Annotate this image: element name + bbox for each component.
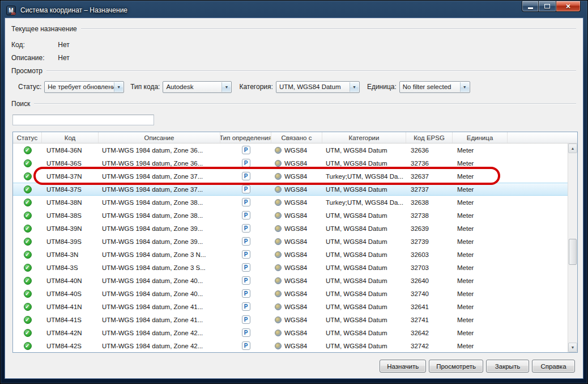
maximize-button[interactable]: [539, 1, 556, 12]
definition-type-cell: P: [220, 339, 271, 352]
scrollbar-thumb[interactable]: [569, 239, 577, 265]
column-header-6[interactable]: Категории: [322, 132, 406, 143]
cell-description: UTM-WGS 1984 datum, Zone 41...: [99, 313, 220, 326]
cell-unit: Meter: [453, 183, 508, 196]
table-row-UTM84-3S[interactable]: ✓UTM84-3SUTM-WGS 1984 datum, Zone 3 S...…: [13, 261, 568, 274]
definition-type-cell: P: [220, 157, 271, 170]
cell-epsg-code: 32738: [406, 209, 453, 222]
assign-button[interactable]: Назначить: [380, 360, 426, 373]
status-ok-icon: ✓: [24, 172, 32, 180]
table-body: ✓UTM84-36NUTM-WGS 1984 datum, Zone 36...…: [13, 144, 568, 352]
cell-epsg-code: 32736: [406, 157, 453, 170]
definition-type-cell: P: [220, 313, 271, 326]
globe-icon: [275, 173, 282, 180]
cell-description: UTM-WGS 1984 datum, Zone 36...: [99, 144, 220, 157]
chevron-down-icon: ▼: [114, 82, 123, 92]
table-row-UTM84-42S[interactable]: ✓UTM84-42SUTM-WGS 1984 datum, Zone 42...…: [13, 339, 568, 352]
current-code-row: Код: Нет: [11, 41, 70, 49]
cell-description: UTM-WGS 1984 datum, Zone 39...: [99, 222, 220, 235]
status-cell: ✓: [13, 183, 42, 196]
column-header-2[interactable]: Код: [42, 132, 99, 143]
cell-description: UTM-WGS 1984 datum, Zone 3 N...: [99, 248, 220, 261]
cell-code: UTM84-3N: [42, 248, 99, 261]
table-row-UTM84-37N[interactable]: ✓UTM84-37NUTM-WGS 1984 datum, Zone 37...…: [13, 170, 568, 183]
cell-description: UTM-WGS 1984 datum, Zone 38...: [99, 209, 220, 222]
cell-filler: [508, 261, 568, 274]
maximize-icon: [544, 4, 550, 9]
column-header-8[interactable]: Единица: [453, 132, 508, 143]
status-cell: ✓: [13, 157, 42, 170]
status-ok-icon: ✓: [24, 342, 32, 350]
table-row-UTM84-39S[interactable]: ✓UTM84-39SUTM-WGS 1984 datum, Zone 39...…: [13, 235, 568, 248]
cell-description: UTM-WGS 1984 datum, Zone 37...: [99, 183, 220, 196]
cell-categories: UTM, WGS84 Datum: [322, 144, 406, 157]
code-type-filter-dropdown[interactable]: Autodesk ▼: [163, 81, 232, 93]
scroll-down-button[interactable]: ▼: [568, 343, 577, 352]
table-row-UTM84-36S[interactable]: ✓UTM84-36SUTM-WGS 1984 datum, Zone 36...…: [13, 157, 568, 170]
cell-description: UTM-WGS 1984 datum, Zone 40...: [99, 274, 220, 287]
cell-epsg-code: 32703: [406, 261, 453, 274]
table-row-UTM84-40N[interactable]: ✓UTM84-40NUTM-WGS 1984 datum, Zone 40...…: [13, 274, 568, 287]
category-filter-dropdown[interactable]: UTM, WGS84 Datum ▼: [276, 81, 360, 93]
globe-icon: [275, 251, 282, 258]
close-button[interactable]: ✕: [556, 1, 581, 12]
cell-unit: Meter: [453, 196, 508, 209]
view-button[interactable]: Просмотреть: [429, 360, 483, 373]
cell-epsg-code: 32739: [406, 235, 453, 248]
code-type-filter-value: Autodesk: [166, 83, 193, 90]
status-cell: ✓: [13, 235, 42, 248]
category-filter-label: Категория:: [239, 83, 272, 91]
table-row-UTM84-40S[interactable]: ✓UTM84-40SUTM-WGS 1984 datum, Zone 40...…: [13, 287, 568, 300]
cell-linked-to: WGS84: [271, 248, 322, 261]
table-row-UTM84-3N[interactable]: ✓UTM84-3NUTM-WGS 1984 datum, Zone 3 N...…: [13, 248, 568, 261]
cell-unit: Meter: [453, 300, 508, 313]
cell-code: UTM84-41N: [42, 300, 99, 313]
column-header-4[interactable]: Тип определения: [220, 132, 271, 143]
globe-icon: [275, 277, 282, 284]
help-button[interactable]: Справка: [532, 360, 575, 373]
cell-categories: UTM, WGS84 Datum: [322, 248, 406, 261]
column-header-3[interactable]: Описание: [99, 132, 220, 143]
cell-unit: Meter: [453, 157, 508, 170]
table-row-UTM84-41N[interactable]: ✓UTM84-41NUTM-WGS 1984 datum, Zone 41...…: [13, 300, 568, 313]
cell-epsg-code: 32641: [406, 300, 453, 313]
cell-epsg-code: 32603: [406, 248, 453, 261]
minimize-button[interactable]: [522, 1, 539, 12]
unit-filter-dropdown[interactable]: No filter selected ▼: [399, 81, 470, 93]
cell-code: UTM84-38N: [42, 196, 99, 209]
column-header-filler: [508, 132, 577, 143]
table-row-UTM84-41S[interactable]: ✓UTM84-41SUTM-WGS 1984 datum, Zone 41...…: [13, 313, 568, 326]
table-row-UTM84-38S[interactable]: ✓UTM84-38SUTM-WGS 1984 datum, Zone 38...…: [13, 209, 568, 222]
minimize-icon: [528, 7, 533, 9]
search-input[interactable]: [12, 115, 154, 125]
cell-filler: [508, 183, 568, 196]
cell-filler: [508, 209, 568, 222]
status-ok-icon: ✓: [24, 146, 32, 154]
column-header-5[interactable]: Связано с: [271, 132, 322, 143]
column-header-7[interactable]: Код EPSG: [406, 132, 453, 143]
cell-categories: UTM, WGS84 Datum: [322, 274, 406, 287]
column-header-1[interactable]: Статус: [13, 132, 42, 143]
cell-filler: [508, 235, 568, 248]
table-row-UTM84-39N[interactable]: ✓UTM84-39NUTM-WGS 1984 datum, Zone 39...…: [13, 222, 568, 235]
cell-description: UTM-WGS 1984 datum, Zone 39...: [99, 235, 220, 248]
vertical-scrollbar[interactable]: ▲ ▼: [568, 144, 577, 352]
group-divider: [81, 28, 576, 29]
scroll-up-button[interactable]: ▲: [568, 144, 577, 153]
globe-icon: [275, 160, 282, 167]
close-dialog-button[interactable]: Закрыть: [486, 360, 529, 373]
table-row-UTM84-37S[interactable]: ✓UTM84-37SUTM-WGS 1984 datum, Zone 37...…: [13, 183, 568, 196]
cell-linked-to: WGS84: [271, 222, 322, 235]
status-filter-dropdown[interactable]: Не требует обновления ▼: [44, 81, 124, 93]
app-icon: M 3D: [6, 6, 16, 15]
status-ok-icon: ✓: [24, 225, 32, 233]
projection-type-icon: P: [242, 159, 250, 167]
table-row-UTM84-42N[interactable]: ✓UTM84-42NUTM-WGS 1984 datum, Zone 42...…: [13, 326, 568, 339]
chevron-down-icon: ▼: [350, 82, 359, 92]
projection-type-icon: P: [242, 289, 250, 298]
cell-filler: [508, 248, 568, 261]
table-row-UTM84-36N[interactable]: ✓UTM84-36NUTM-WGS 1984 datum, Zone 36...…: [13, 144, 568, 157]
projection-type-icon: P: [242, 302, 250, 311]
table-row-UTM84-38N[interactable]: ✓UTM84-38NUTM-WGS 1984 datum, Zone 38...…: [13, 196, 568, 209]
globe-icon: [275, 186, 282, 193]
